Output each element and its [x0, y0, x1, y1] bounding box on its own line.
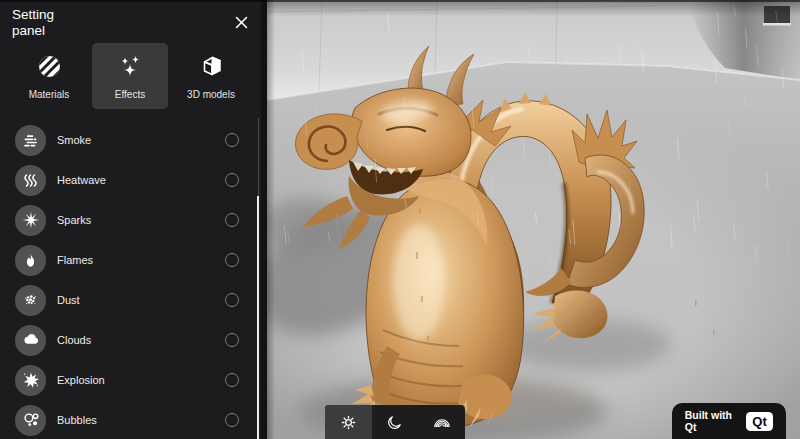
panel-title: Setting panel — [12, 7, 82, 39]
effect-label: Explosion — [57, 374, 105, 386]
radio-flames[interactable] — [225, 253, 239, 267]
scrollbar-thumb[interactable] — [257, 196, 260, 439]
radio-clouds[interactable] — [225, 333, 239, 347]
tab-materials[interactable]: Materials — [11, 43, 87, 109]
dust-icon — [15, 285, 46, 316]
effect-label: Heatwave — [57, 174, 106, 186]
effect-row-heatwave[interactable]: Heatwave — [0, 160, 261, 200]
materials-sphere-icon — [35, 53, 63, 81]
rainbow-icon — [431, 411, 453, 433]
dragon-render — [267, 0, 800, 439]
radio-explosion[interactable] — [225, 373, 239, 387]
env-button-night[interactable] — [372, 405, 419, 439]
sun-icon — [337, 411, 359, 433]
env-button-day[interactable] — [325, 405, 372, 439]
radio-bubbles[interactable] — [225, 413, 239, 427]
effect-row-smoke[interactable]: Smoke — [0, 120, 261, 160]
panel-header: Setting panel — [0, 0, 267, 36]
explosion-icon — [15, 365, 46, 396]
effect-label: Clouds — [57, 334, 91, 346]
badge-text: Built with Qt — [685, 409, 732, 434]
effect-row-explosion[interactable]: Explosion — [0, 360, 261, 400]
effect-row-flames[interactable]: Flames — [0, 240, 261, 280]
tab-3d-models[interactable]: 3D models — [173, 43, 249, 109]
radio-heatwave[interactable] — [225, 173, 239, 187]
radio-smoke[interactable] — [225, 133, 239, 147]
effects-list: SmokeHeatwaveSparksFlamesDustCloudsExplo… — [0, 120, 261, 439]
qt-logo: Qt — [746, 412, 773, 431]
setting-panel: Setting panel MaterialsEffects3D models … — [0, 0, 267, 439]
clouds-icon — [15, 325, 46, 356]
tab-label: 3D models — [187, 89, 235, 100]
radio-sparks[interactable] — [225, 213, 239, 227]
tab-bar: MaterialsEffects3D models — [0, 36, 267, 109]
cube-icon — [197, 53, 225, 81]
tab-label: Materials — [29, 89, 70, 100]
effect-row-clouds[interactable]: Clouds — [0, 320, 261, 360]
environment-bar — [325, 405, 465, 439]
effect-label: Smoke — [57, 134, 91, 146]
env-button-rainbow[interactable] — [418, 405, 465, 439]
effect-label: Bubbles — [57, 414, 97, 426]
effect-row-sparks[interactable]: Sparks — [0, 200, 261, 240]
built-with-qt-badge[interactable]: Built with Qt Qt — [672, 403, 786, 439]
effect-row-bubbles[interactable]: Bubbles — [0, 400, 261, 439]
tab-label: Effects — [115, 89, 145, 100]
3d-viewport[interactable]: Built with Qt Qt — [267, 0, 800, 439]
heatwave-icon — [15, 165, 46, 196]
close-icon[interactable] — [232, 13, 250, 31]
effect-row-dust[interactable]: Dust — [0, 280, 261, 320]
sparks-icon — [15, 205, 46, 236]
effect-label: Dust — [57, 294, 80, 306]
sparkles-icon — [116, 53, 144, 81]
tab-effects[interactable]: Effects — [92, 43, 168, 109]
flames-icon — [15, 245, 46, 276]
moon-icon — [384, 411, 406, 433]
smoke-icon — [15, 125, 46, 156]
effect-label: Flames — [57, 254, 93, 266]
effect-label: Sparks — [57, 214, 91, 226]
radio-dust[interactable] — [225, 293, 239, 307]
bubbles-icon — [15, 405, 46, 436]
